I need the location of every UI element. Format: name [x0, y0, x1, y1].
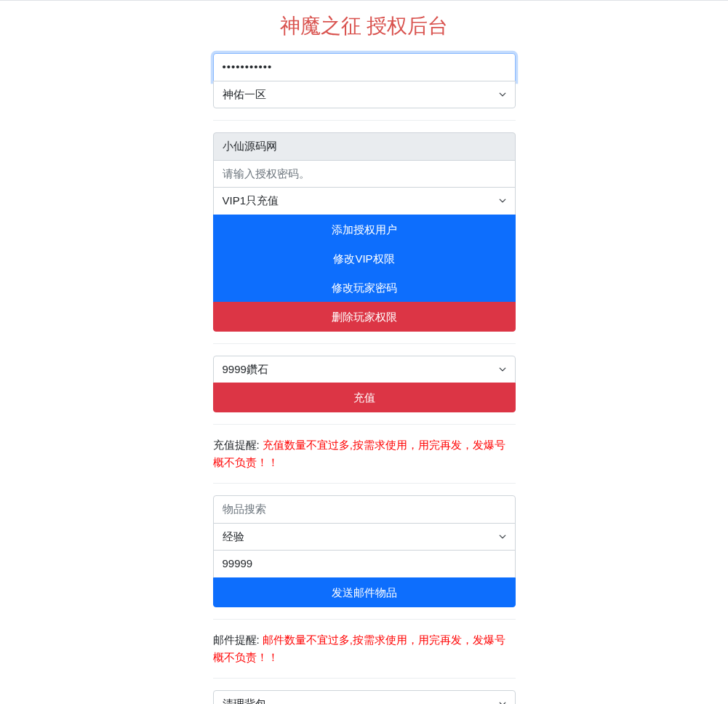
- action-select[interactable]: 清理背包: [213, 690, 516, 705]
- mail-notice: 邮件提醒: 邮件数量不宜过多,按需求使用，用完再发，发爆号概不负责！！: [213, 631, 516, 666]
- auth-group: 神佑一区: [213, 53, 516, 108]
- recharge-group: 9999鑽石 充值: [213, 356, 516, 413]
- item-select[interactable]: 经验: [213, 523, 516, 551]
- add-auth-user-button[interactable]: 添加授权用户: [213, 215, 516, 244]
- divider: [213, 483, 516, 484]
- auth-password-input[interactable]: [213, 53, 516, 81]
- main-container: 神魔之征 授权后台 神佑一区 VIP1只充值 添加授权用户 修改VIP权限 修改…: [212, 12, 517, 704]
- attribute-group: 清理背包 修改属性: [213, 690, 516, 705]
- server-select[interactable]: 神佑一区: [213, 81, 516, 109]
- modify-player-password-button[interactable]: 修改玩家密码: [213, 273, 516, 303]
- divider: [213, 619, 516, 620]
- vip-level-select[interactable]: VIP1只充值: [213, 187, 516, 215]
- mail-item-group: 经验 发送邮件物品: [213, 495, 516, 607]
- divider: [213, 120, 516, 121]
- divider: [213, 424, 516, 425]
- username-input[interactable]: [213, 132, 516, 161]
- delete-player-permission-button[interactable]: 删除玩家权限: [213, 302, 516, 332]
- item-search-input[interactable]: [213, 495, 516, 524]
- divider: [213, 678, 516, 679]
- item-quantity-input[interactable]: [213, 550, 516, 578]
- mail-notice-label: 邮件提醒:: [213, 633, 263, 646]
- user-permission-group: VIP1只充值 添加授权用户 修改VIP权限 修改玩家密码 删除玩家权限: [213, 132, 516, 332]
- modify-vip-button[interactable]: 修改VIP权限: [213, 244, 516, 273]
- recharge-button[interactable]: 充值: [213, 383, 516, 412]
- recharge-notice: 充值提醒: 充值数量不宜过多,按需求使用，用完再发，发爆号概不负责！！: [213, 436, 516, 471]
- recharge-notice-label: 充值提醒:: [213, 439, 263, 451]
- page-title: 神魔之征 授权后台: [213, 12, 516, 40]
- auth-password-field[interactable]: [213, 160, 516, 188]
- send-mail-item-button[interactable]: 发送邮件物品: [213, 577, 516, 607]
- recharge-amount-select[interactable]: 9999鑽石: [213, 356, 516, 384]
- divider: [213, 343, 516, 344]
